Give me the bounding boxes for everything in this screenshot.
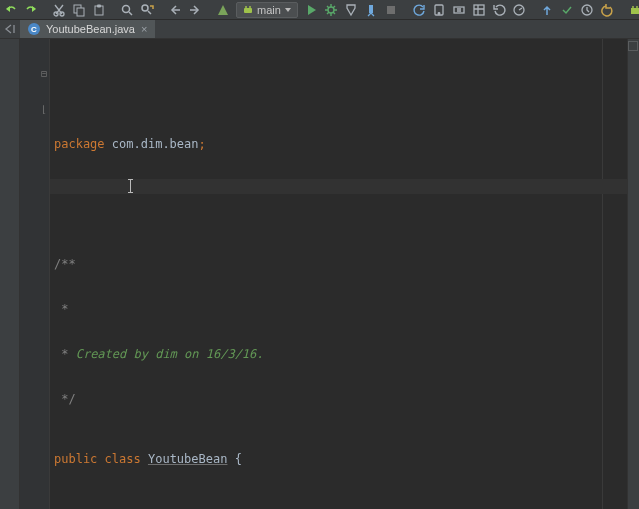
- rerun-icon[interactable]: [492, 3, 506, 17]
- svg-point-10: [249, 6, 251, 8]
- svg-point-15: [438, 12, 440, 14]
- layout-inspector-icon[interactable]: [472, 3, 486, 17]
- code-editor[interactable]: ⊟ ⌊ package com.dim.bean; /** * * Create…: [20, 39, 639, 509]
- redo-icon[interactable]: [24, 3, 38, 17]
- copy-icon[interactable]: [72, 3, 86, 17]
- stop-icon[interactable]: [384, 3, 398, 17]
- token-comment: /**: [54, 257, 76, 271]
- vcs-update-icon[interactable]: [540, 3, 554, 17]
- caret-line-highlight: [50, 179, 639, 194]
- token-keyword: class: [105, 452, 141, 466]
- file-tab-label: YoutubeBean.java: [46, 23, 135, 35]
- fold-toggle-icon[interactable]: ⊟: [40, 70, 48, 78]
- vcs-history-icon[interactable]: [580, 3, 594, 17]
- find-icon[interactable]: [120, 3, 134, 17]
- close-icon[interactable]: ×: [141, 24, 147, 35]
- svg-point-7: [142, 5, 148, 11]
- svg-rect-17: [474, 5, 484, 15]
- code-text-area[interactable]: package com.dim.bean; /** * * Created by…: [50, 39, 639, 509]
- left-tool-stripe[interactable]: [0, 39, 20, 509]
- fold-gutter[interactable]: ⊟ ⌊: [20, 39, 50, 509]
- run-with-coverage-icon[interactable]: [344, 3, 358, 17]
- error-stripe[interactable]: [627, 39, 639, 509]
- nav-forward-icon[interactable]: [188, 3, 202, 17]
- run-configuration-selector[interactable]: main: [236, 2, 298, 18]
- nav-back-icon[interactable]: [168, 3, 182, 17]
- build-icon[interactable]: [216, 3, 230, 17]
- token-keyword: public: [54, 452, 97, 466]
- svg-point-9: [245, 6, 247, 8]
- token-comment: *: [54, 302, 68, 316]
- svg-rect-13: [387, 6, 395, 14]
- token-keyword: package: [54, 137, 105, 151]
- svg-rect-8: [244, 8, 252, 13]
- token-package-name: com.dim.bean: [112, 137, 199, 151]
- right-margin-guide: [602, 39, 603, 509]
- debug-icon[interactable]: [324, 3, 338, 17]
- emulator-icon[interactable]: [628, 3, 639, 17]
- profiler-icon[interactable]: [512, 3, 526, 17]
- editor-tabbar: C YoutubeBean.java ×: [0, 20, 639, 39]
- token-comment-body: Created by dim on 16/3/16.: [76, 347, 264, 361]
- sdk-manager-icon[interactable]: [452, 3, 466, 17]
- class-file-icon: C: [28, 23, 40, 35]
- analysis-status-indicator[interactable]: [628, 41, 638, 51]
- token-brace: {: [235, 452, 242, 466]
- token-class-name: YoutubeBean: [148, 452, 227, 466]
- run-icon[interactable]: [304, 3, 318, 17]
- vcs-revert-icon[interactable]: [600, 3, 614, 17]
- svg-point-20: [632, 6, 634, 8]
- chevron-down-icon: [285, 8, 291, 12]
- svg-rect-5: [97, 4, 101, 7]
- cut-icon[interactable]: [52, 3, 66, 17]
- text-caret-icon: [130, 179, 131, 193]
- workspace: ⊟ ⌊ package com.dim.bean; /** * * Create…: [0, 39, 639, 509]
- file-tab-youtubebean[interactable]: C YoutubeBean.java ×: [20, 20, 156, 38]
- token-comment: */: [54, 392, 76, 406]
- paste-icon[interactable]: [92, 3, 106, 17]
- svg-rect-3: [77, 8, 84, 16]
- svg-rect-12: [369, 5, 373, 13]
- svg-point-21: [636, 6, 638, 8]
- main-toolbar: main: [0, 0, 639, 20]
- avd-manager-icon[interactable]: [432, 3, 446, 17]
- svg-point-6: [123, 5, 130, 12]
- token-comment: *: [54, 347, 76, 361]
- attach-debugger-icon[interactable]: [364, 3, 378, 17]
- replace-icon[interactable]: [140, 3, 154, 17]
- undo-icon[interactable]: [4, 3, 18, 17]
- run-config-label: main: [257, 4, 281, 16]
- vcs-commit-icon[interactable]: [560, 3, 574, 17]
- android-icon: [243, 5, 253, 15]
- hide-tool-windows-icon[interactable]: [0, 20, 20, 38]
- token-semicolon: ;: [199, 137, 206, 151]
- sync-gradle-icon[interactable]: [412, 3, 426, 17]
- fold-end-icon: ⌊: [40, 106, 48, 114]
- svg-rect-16: [454, 7, 464, 13]
